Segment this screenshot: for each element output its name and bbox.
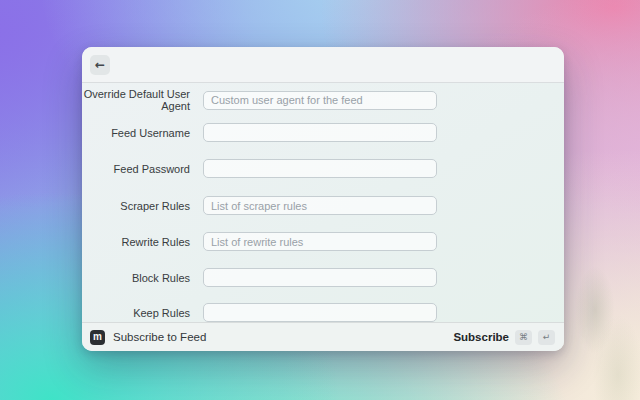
rewrite-rules-input[interactable]: [203, 232, 437, 251]
subscribe-dialog-window: ← Override Default User Agent Feed Usern…: [82, 47, 564, 351]
dialog-header: ←: [82, 47, 564, 83]
dialog-title: Subscribe to Feed: [113, 331, 206, 343]
keep-rules-input[interactable]: [203, 303, 437, 322]
command-key-icon: ⌘: [515, 330, 532, 345]
field-row-rewrite-rules: Rewrite Rules: [82, 232, 564, 251]
field-row-override-user-agent: Override Default User Agent: [82, 88, 564, 112]
subscribe-button-label: Subscribe: [453, 331, 509, 343]
field-row-feed-username: Feed Username: [82, 123, 564, 142]
field-label: Keep Rules: [82, 307, 190, 319]
dialog-footer: m Subscribe to Feed Subscribe ⌘ ↵: [82, 322, 564, 351]
field-row-feed-password: Feed Password: [82, 159, 564, 178]
field-row-keep-rules: Keep Rules: [82, 303, 564, 322]
back-button[interactable]: ←: [90, 55, 110, 75]
field-label: Rewrite Rules: [82, 236, 190, 248]
feed-password-input[interactable]: [203, 159, 437, 178]
field-row-scraper-rules: Scraper Rules: [82, 196, 564, 215]
app-logo: m: [90, 330, 105, 345]
field-label: Block Rules: [82, 272, 190, 284]
field-row-block-rules: Block Rules: [82, 268, 564, 287]
override-user-agent-input[interactable]: [203, 91, 437, 110]
feed-username-input[interactable]: [203, 123, 437, 142]
dialog-form: Override Default User Agent Feed Usernam…: [82, 84, 564, 322]
field-label: Override Default User Agent: [82, 88, 190, 112]
back-arrow-icon: ←: [95, 58, 105, 72]
scraper-rules-input[interactable]: [203, 196, 437, 215]
app-logo-letter: m: [93, 332, 102, 342]
return-key-icon: ↵: [538, 330, 555, 345]
field-label: Scraper Rules: [82, 200, 190, 212]
block-rules-input[interactable]: [203, 268, 437, 287]
desktop-background: ← Override Default User Agent Feed Usern…: [0, 0, 640, 400]
field-label: Feed Password: [82, 163, 190, 175]
subscribe-button[interactable]: Subscribe ⌘ ↵: [453, 330, 555, 345]
field-label: Feed Username: [82, 127, 190, 139]
